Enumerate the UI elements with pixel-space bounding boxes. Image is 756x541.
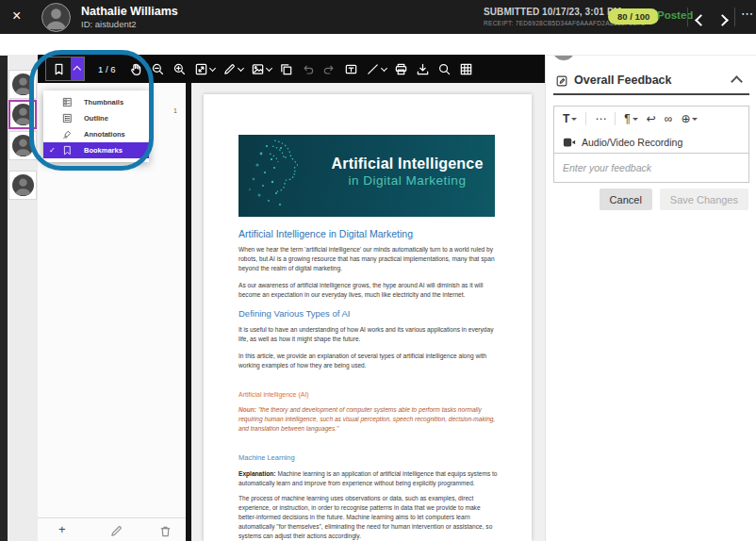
- document-page[interactable]: Artificial Intelligence in Digital Marke…: [204, 94, 532, 541]
- fit-to-page-button[interactable]: [194, 62, 215, 76]
- menu-item-thumbnails[interactable]: Thumbnails: [43, 94, 149, 110]
- avatar: [12, 135, 34, 156]
- chevron-down-icon: [571, 118, 577, 121]
- audio-video-label: Audio/Video Recording: [582, 137, 682, 148]
- menu-item-outline[interactable]: Outline: [43, 110, 149, 126]
- audio-video-recording-button[interactable]: Audio/Video Recording: [554, 131, 748, 153]
- menu-item-label: Annotations: [84, 130, 125, 139]
- grade-pill[interactable]: 80 / 100: [608, 8, 659, 25]
- feedback-editor: T ⋯ ¶ ↩ ∞ ⊕ Audio/Video Recording: [553, 106, 749, 183]
- chevron-up-icon: [74, 66, 81, 74]
- bookmark-dropdown-toggle[interactable]: [71, 57, 84, 80]
- more-options-icon[interactable]: ⋯: [741, 7, 754, 21]
- text-annotation-icon[interactable]: [344, 62, 358, 76]
- download-icon[interactable]: [416, 62, 430, 76]
- doc-definition-label: Noun:: [238, 406, 256, 413]
- video-camera-icon: [563, 137, 576, 148]
- paragraph-style-button[interactable]: ¶: [624, 112, 637, 125]
- print-icon[interactable]: [394, 62, 408, 76]
- copy-content-icon[interactable]: [279, 62, 293, 76]
- chevron-down-icon: [208, 64, 215, 71]
- next-student-button[interactable]: [718, 11, 731, 25]
- line-annotation-button[interactable]: [366, 62, 386, 76]
- document-content: Artificial Intelligence in Digital Marke…: [238, 135, 499, 541]
- doc-subheading-ml: Machine Learning: [238, 453, 499, 462]
- doc-paragraph: Explanation: Machine learning is an appl…: [238, 469, 499, 488]
- banner-subtitle: in Digital Marketing: [325, 173, 489, 188]
- pan-hand-icon[interactable]: [129, 62, 143, 76]
- student-avatar-2-selected[interactable]: [8, 100, 37, 129]
- zoom-out-icon[interactable]: [151, 62, 165, 76]
- student-id: ID: aistudent2: [81, 19, 137, 29]
- text-style-button[interactable]: T: [563, 112, 577, 125]
- zoom-in-icon[interactable]: [173, 62, 187, 76]
- menu-item-annotations[interactable]: Annotations: [43, 126, 149, 142]
- avatar: [41, 3, 71, 32]
- pen-annotation-button[interactable]: [222, 62, 243, 76]
- doc-paragraph: It is useful to have an understanding of…: [238, 325, 499, 344]
- add-bookmark-button[interactable]: +: [58, 522, 66, 536]
- search-icon[interactable]: [437, 62, 452, 76]
- view-options-menu: Thumbnails Outline Annotations ✓ Bookmar…: [43, 90, 149, 162]
- insert-icon: ⊕: [681, 112, 690, 125]
- student-avatar-1[interactable]: [8, 70, 37, 99]
- divider: [585, 112, 586, 125]
- student-name: Nathalie Williams: [81, 5, 178, 18]
- doc-definition: Noun: "the theory and development of com…: [238, 405, 499, 434]
- save-changes-button[interactable]: Save Changes: [660, 189, 748, 210]
- previous-student-button[interactable]: [697, 11, 710, 25]
- chevron-right-icon: [716, 14, 729, 26]
- feedback-actions: Cancel Save Changes: [600, 189, 748, 210]
- feedback-panel: Overall Feedback T ⋯ ¶ ↩ ∞ ⊕ Audio/Video…: [545, 34, 756, 541]
- feedback-input[interactable]: [554, 154, 748, 182]
- left-edge-strip: [0, 34, 8, 541]
- menu-item-label: Outline: [84, 114, 108, 123]
- more-formatting-icon[interactable]: ⋯: [595, 112, 606, 125]
- student-avatar-3[interactable]: [8, 131, 37, 160]
- delete-bookmark-icon[interactable]: [158, 524, 173, 538]
- doc-paragraph: When we hear the term 'artificial intell…: [238, 245, 499, 273]
- menu-item-bookmarks-selected[interactable]: ✓ Bookmarks: [43, 142, 149, 158]
- chevron-down-icon: [265, 64, 271, 71]
- doc-heading-2: Defining Various Types of AI: [238, 308, 499, 319]
- overall-feedback-header[interactable]: Overall Feedback: [546, 70, 756, 92]
- close-icon[interactable]: ×: [12, 8, 21, 25]
- insert-content-button[interactable]: ⊕: [681, 112, 698, 125]
- edit-bookmark-icon[interactable]: [109, 524, 123, 538]
- feedback-input-wrap: [554, 153, 748, 182]
- cancel-button[interactable]: Cancel: [600, 189, 652, 210]
- avatar: [12, 104, 34, 125]
- doc-explanation-text: Machine learning is an application of ar…: [238, 470, 498, 486]
- undo-icon[interactable]: ↩: [647, 112, 656, 125]
- chevron-left-icon: [695, 14, 707, 26]
- top-bar: × Nathalie Williams ID: aistudent2 SUBMI…: [0, 0, 756, 34]
- menu-item-label: Thumbnails: [84, 98, 123, 107]
- chevron-down-icon: [380, 64, 386, 71]
- divider: [38, 517, 186, 518]
- doc-subheading-ai: Artificial intelligence (AI): [238, 391, 499, 398]
- thumbnails-icon: [62, 97, 73, 107]
- text-style-label: T: [563, 112, 569, 125]
- image-annotation-button[interactable]: [251, 62, 271, 76]
- bookmark-icon: [52, 62, 66, 76]
- submitted-timestamp: SUBMITTED 10/17/23, 3:01 PM: [484, 7, 621, 17]
- editor-toolbar: T ⋯ ¶ ↩ ∞ ⊕: [554, 107, 748, 131]
- redo-icon[interactable]: [322, 62, 337, 76]
- doc-paragraph: In this article, we provide an explanati…: [238, 352, 499, 370]
- chevron-up-icon[interactable]: [731, 75, 743, 88]
- avatar: [12, 174, 34, 196]
- student-avatar-4[interactable]: [8, 171, 37, 200]
- doc-explanation-label: Explanation:: [238, 470, 276, 477]
- link-icon[interactable]: ∞: [665, 112, 673, 125]
- doc-heading-1: Artificial Intelligence in Digital Marke…: [238, 228, 499, 239]
- doc-paragraph: The process of machine learning uses obs…: [238, 494, 499, 540]
- bookmark-view-button[interactable]: [45, 57, 85, 81]
- check-icon: ✓: [49, 146, 56, 155]
- bookmark-page-number[interactable]: 1: [173, 107, 177, 114]
- overall-feedback-title: Overall Feedback: [574, 74, 672, 87]
- page-grid-icon[interactable]: [459, 62, 473, 76]
- overall-feedback-icon: [555, 74, 568, 88]
- outline-icon: [62, 113, 73, 123]
- undo-icon[interactable]: [301, 62, 315, 76]
- doc-definition-text: "the theory and development of computer …: [238, 406, 495, 432]
